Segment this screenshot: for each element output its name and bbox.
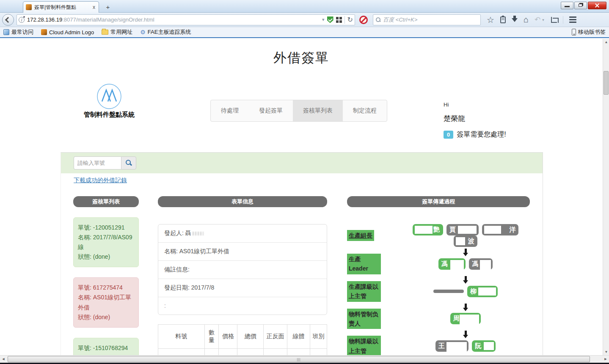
order-card[interactable]: 單號: -120051291 名稱: 2017/7/8/AS09線 狀態: (d… <box>73 217 139 267</box>
tab-initiate[interactable]: 發起簽單 <box>249 100 293 121</box>
order-name: 名稱: 2017/7/8/AS09線 <box>78 233 134 252</box>
home-icon[interactable]: ⌂ <box>524 15 529 25</box>
approver-badge[interactable]: 周 <box>450 313 481 324</box>
form-initiator: 發起人: 聶 <box>158 224 327 243</box>
section-sign-list: 簽核單列表 <box>73 196 139 207</box>
divider <box>344 16 345 24</box>
redaction-block <box>480 260 491 271</box>
redaction-block <box>446 342 467 353</box>
gear-icon: ⚙ <box>140 29 146 36</box>
form-info-box: 發起人: 聶 名稱: AS01線切工單外借 備註信息: 發起日期: 2017/7… <box>158 224 327 315</box>
col-total: 總價 <box>237 325 264 349</box>
tab-close-icon[interactable]: x <box>92 4 96 10</box>
approver-badge[interactable]: 阮 <box>472 340 496 352</box>
approver-badge[interactable]: 王 <box>435 340 468 352</box>
approver-badge[interactable]: 馮 <box>438 258 466 270</box>
approver-badge[interactable]: 艷 <box>413 224 443 235</box>
approver-badge[interactable]: 波 <box>454 235 477 247</box>
approver-badge[interactable] <box>433 290 464 293</box>
col-line: 線體 <box>287 325 310 349</box>
flow-step-label: 生產課級以上主管 <box>347 281 381 302</box>
order-search-input[interactable] <box>74 156 121 170</box>
back-button[interactable] <box>2 14 14 26</box>
window-minimize-button[interactable] <box>561 2 573 9</box>
user-box: Hi 楚榮龍 0 簽單需要您處理! <box>444 101 506 139</box>
downloads-icon[interactable] <box>512 18 518 25</box>
scroll-grip-icon <box>297 358 300 361</box>
folder-icon <box>102 30 108 35</box>
vertical-scrollbar[interactable]: ▲ ▼ <box>603 39 609 355</box>
bookmark-folder-common[interactable]: 常用网址 <box>102 28 132 36</box>
bookmark-fae-system[interactable]: ⚙ FAE主板追踪系统 <box>140 28 191 36</box>
url-bar[interactable]: i 172.28.136.19:8077/materialManage/sign… <box>17 14 355 25</box>
divider <box>563 16 563 24</box>
bookmarks-bar: 最常访问 Cloud Admin Logo 常用网址 ⚙ FAE主板追踪系统 移… <box>0 27 609 38</box>
url-text[interactable]: 172.28.136.19:8077/materialManage/signOr… <box>27 16 320 23</box>
redaction-block <box>484 226 501 234</box>
section-flow: 簽單傳遞過程 <box>347 196 530 207</box>
horizontal-scroll-thumb[interactable] <box>8 356 590 362</box>
window-close-button[interactable] <box>588 2 606 9</box>
order-search-button[interactable] <box>121 156 136 170</box>
flow-arrow-icon <box>465 331 467 335</box>
approver-badge[interactable]: 馮 <box>469 258 493 270</box>
flow-step-label: 物料課級以上主管 <box>347 336 381 355</box>
vertical-scroll-thumb[interactable] <box>603 71 609 95</box>
url-dropdown-icon[interactable]: ▾ <box>322 17 325 22</box>
redaction-block <box>478 287 496 296</box>
menu-hamburger-icon[interactable] <box>569 16 576 23</box>
flow-arrow-icon <box>465 304 467 308</box>
mobile-bookmarks[interactable]: 移动版书签 <box>572 28 606 36</box>
most-visited-icon <box>3 29 9 35</box>
cloud-admin-icon <box>41 29 47 35</box>
tab-define-flow[interactable]: 制定流程 <box>343 100 387 121</box>
bookmark-cloud-admin[interactable]: Cloud Admin Logo <box>41 29 94 36</box>
page-info-icon[interactable]: i <box>19 17 25 23</box>
table-row: 60 6.5 390.21 B AS01 D <box>158 349 327 356</box>
window-restore-button[interactable] <box>574 2 587 9</box>
undo-icon[interactable]: ↶ <box>535 15 540 24</box>
horizontal-scrollbar[interactable]: ◄ ► <box>0 355 609 363</box>
approver-badge[interactable]: 賈 <box>446 224 479 235</box>
col-shift: 班別 <box>310 325 327 349</box>
browser-tab[interactable]: 簽單|管制料件盤點 x <box>23 1 99 13</box>
scroll-right-icon[interactable]: ► <box>602 356 609 363</box>
order-card[interactable]: 單號: -1510768294 名稱: 2017/7/8AS01B 狀態: (g… <box>73 338 139 355</box>
logo-m-icon <box>96 84 122 109</box>
scroll-down-icon[interactable]: ▼ <box>603 349 609 355</box>
order-status: 狀態: (done) <box>78 252 134 262</box>
qr-extension-icon[interactable] <box>336 17 342 23</box>
form-date: 發起日期: 2017/7/8 <box>158 279 327 297</box>
adblock-icon[interactable] <box>359 16 368 24</box>
undo-caret-icon[interactable]: ▾ <box>542 18 544 22</box>
bookmarks-menu-icon[interactable] <box>500 16 506 23</box>
order-no: 單號: -120051291 <box>78 223 134 233</box>
order-no: 單號: -1510768294 <box>78 343 134 353</box>
order-status: 狀態: (done) <box>78 312 134 322</box>
new-tab-button[interactable]: + <box>103 3 113 11</box>
redaction-block <box>415 226 433 234</box>
bookmark-star-icon[interactable]: ☆ <box>487 16 494 24</box>
security-shield-icon[interactable] <box>327 16 333 23</box>
col-side: 正反面 <box>264 325 287 349</box>
greeting: Hi <box>444 101 506 108</box>
reload-icon[interactable]: ↻ <box>347 16 353 24</box>
approver-badge[interactable]: 洋 <box>482 224 518 235</box>
scroll-up-icon[interactable]: ▲ <box>603 39 609 45</box>
bookmark-most-visited[interactable]: 最常访问 <box>3 28 33 36</box>
site-favicon <box>26 4 32 10</box>
browser-search-field[interactable]: 百度 <Ctrl+K> <box>373 14 481 25</box>
search-band <box>61 153 543 173</box>
section-form-info: 表單信息 <box>158 196 327 207</box>
tab-sign-list[interactable]: 簽核單列表 <box>293 100 343 121</box>
download-records-link[interactable]: 下載成功的外借記錄 <box>74 177 127 184</box>
tab-pending[interactable]: 待處理 <box>211 100 249 121</box>
form-empty-row: : <box>158 297 327 315</box>
browser-titlebar: 簽單|管制料件盤點 x + <box>0 0 609 13</box>
screenshot-crop-icon[interactable] <box>551 17 557 23</box>
col-material-no: 料號 <box>158 325 205 349</box>
order-card[interactable]: 單號: 617275474 名稱: AS01線切工單外借 狀態: (done) <box>73 277 139 327</box>
redaction-block <box>484 342 494 350</box>
approver-badge[interactable]: 柳 <box>467 286 498 297</box>
scroll-left-icon[interactable]: ◄ <box>0 356 7 363</box>
